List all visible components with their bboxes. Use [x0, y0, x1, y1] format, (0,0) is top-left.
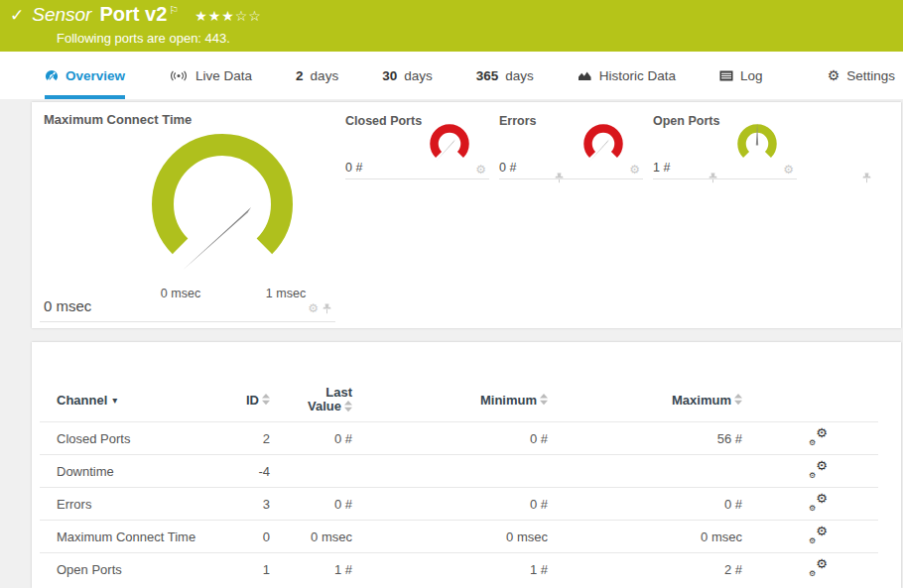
broadcast-icon [169, 69, 189, 82]
gauge-scale-max: 1 msec [256, 287, 316, 300]
channel-id: -4 [220, 464, 270, 479]
channels-table-panel: Channel ▾ ID Last Value [32, 342, 901, 588]
gauge-value: 0 # [499, 161, 516, 175]
channels-table: Channel ▾ ID Last Value [40, 378, 878, 585]
gauge-closed-ports: Closed Ports 0 # ⚙ [345, 110, 489, 179]
tab-historic-data[interactable]: Historic Data [578, 52, 676, 99]
log-list-icon [719, 70, 733, 81]
tab-30-days[interactable]: 30 days [382, 52, 433, 99]
column-label: ID [246, 393, 259, 408]
table-row[interactable]: Errors 3 0 # 0 # 0 # ⚙⚙ [40, 487, 878, 520]
channel-settings-icon[interactable]: ⚙⚙ [809, 495, 828, 511]
tab-settings[interactable]: ⚙ Settings [828, 52, 895, 99]
gauge-scale-min: 0 msec [151, 287, 210, 300]
tab-log[interactable]: Log [719, 52, 763, 99]
channel-maximum: 56 # [548, 431, 742, 446]
channel-name[interactable]: Downtime [40, 464, 220, 479]
channel-id: 2 [220, 431, 270, 446]
tab-label: Historic Data [599, 68, 676, 83]
sort-icon [540, 394, 548, 406]
gauge-dial [73, 127, 371, 286]
column-label: Maximum [672, 393, 731, 408]
table-row[interactable]: Open Ports 1 1 # 1 # 2 # ⚙⚙ [40, 552, 878, 585]
sensor-name: Port v2 [99, 3, 167, 26]
gauge-title: Errors [499, 114, 537, 128]
priority-stars[interactable]: ★★★☆☆ [194, 8, 262, 24]
gauge-title: Closed Ports [345, 114, 422, 128]
tab-overview[interactable]: Overview [45, 52, 125, 99]
channel-minimum: 1 # [352, 562, 548, 577]
table-row[interactable]: Downtime -4 ⚙⚙ [40, 454, 878, 487]
channel-minimum: 0 msec [352, 529, 548, 544]
gauge-open-ports: Open Ports 1 # ⚙ [653, 110, 797, 179]
gauge-settings-gear-icon[interactable]: ⚙ [475, 164, 486, 176]
column-header-minimum[interactable]: Minimum [352, 393, 548, 408]
tab-label: Settings [846, 68, 895, 83]
tab-number: 365 [476, 68, 499, 83]
tab-number: 2 [296, 68, 304, 83]
tab-live-data[interactable]: Live Data [169, 52, 252, 99]
column-header-channel[interactable]: Channel ▾ [40, 393, 220, 408]
channel-settings-icon[interactable]: ⚙⚙ [809, 560, 828, 576]
gear-icon: ⚙ [828, 68, 840, 82]
tab-365-days[interactable]: 365 days [476, 52, 534, 99]
channel-minimum: 0 # [352, 431, 548, 446]
tab-bar: Overview Live Data 2 days 30 days 365 da… [0, 52, 903, 99]
channel-last-value: 0 # [270, 431, 352, 446]
channel-last-value: 1 # [270, 562, 352, 577]
tab-label: Overview [65, 68, 125, 83]
channel-maximum: 0 # [548, 497, 742, 512]
stars-empty: ☆☆ [235, 8, 262, 24]
column-header-maximum[interactable]: Maximum [548, 393, 742, 408]
gauge-settings-gear-icon[interactable]: ⚙ [308, 302, 319, 314]
tab-2-days[interactable]: 2 days [296, 52, 338, 99]
channel-id: 3 [220, 497, 270, 512]
column-label: Value [308, 400, 341, 413]
gauge-settings-gear-icon[interactable]: ⚙ [783, 164, 794, 176]
flag-icon[interactable]: ⚐ [169, 4, 179, 17]
gauge-value: 0 # [345, 161, 362, 175]
divider [40, 321, 335, 322]
gauge-maximum-connect-time: Maximum Connect Time 0 msec 1 msec 0 mse… [32, 102, 339, 328]
table-row[interactable]: Maximum Connect Time 0 0 msec 0 msec 0 m… [40, 520, 878, 552]
channel-id: 1 [220, 562, 270, 577]
channel-settings-icon[interactable]: ⚙⚙ [809, 528, 828, 543]
pin-icon[interactable] [862, 173, 871, 183]
column-header-last-value[interactable]: Last Value [270, 386, 352, 413]
pin-icon[interactable] [322, 303, 331, 314]
sort-icon [734, 394, 742, 406]
table-row[interactable]: Closed Ports 2 0 # 0 # 56 # ⚙⚙ [40, 421, 878, 454]
channel-last-value: 0 # [270, 497, 352, 512]
channel-name[interactable]: Closed Ports [40, 431, 220, 446]
channel-name[interactable]: Maximum Connect Time [40, 529, 220, 544]
sensor-status-banner: ✓ Sensor Port v2 ⚐ ★★★☆☆ Following ports… [0, 0, 903, 52]
sensor-status-message: Following ports are open: 443. [57, 31, 230, 46]
sort-icon [344, 401, 352, 412]
channel-maximum: 0 msec [548, 529, 742, 544]
gauges-panel: Maximum Connect Time 0 msec 1 msec 0 mse… [32, 102, 901, 328]
sort-icon [262, 394, 270, 406]
gauge-icon [45, 69, 59, 82]
channel-name[interactable]: Errors [40, 497, 220, 512]
gauge-value: 1 # [653, 161, 670, 175]
tab-label: Live Data [195, 68, 252, 83]
channel-settings-icon[interactable]: ⚙⚙ [809, 462, 828, 478]
gauge-dial [732, 119, 782, 171]
channel-last-value: 0 msec [270, 529, 352, 544]
channel-maximum: 2 # [548, 562, 742, 577]
channel-settings-icon[interactable]: ⚙⚙ [809, 429, 828, 445]
stars-filled: ★★★ [194, 8, 235, 24]
gauge-needle [183, 207, 251, 271]
area-chart-icon [578, 69, 592, 81]
table-header-row: Channel ▾ ID Last Value [40, 378, 878, 421]
gauge-settings-gear-icon[interactable]: ⚙ [629, 164, 640, 176]
gauge-dial [579, 119, 628, 171]
chevron-down-icon: ▾ [112, 395, 117, 406]
gauge-dial [425, 119, 474, 171]
channel-name[interactable]: Open Ports [40, 562, 220, 577]
ok-check-icon: ✓ [10, 5, 24, 26]
gauge-title: Open Ports [653, 114, 719, 128]
gauge-errors: Errors 0 # ⚙ [499, 110, 643, 179]
column-header-id[interactable]: ID [220, 393, 270, 408]
column-label: Channel [57, 393, 107, 408]
